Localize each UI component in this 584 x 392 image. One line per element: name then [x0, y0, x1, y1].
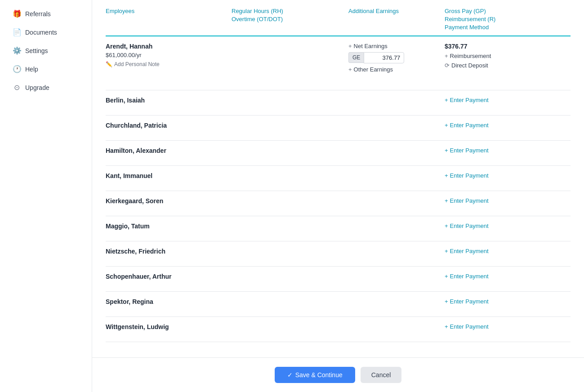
- employee-name: Spektor, Regina: [106, 298, 232, 305]
- save-continue-button[interactable]: ✓ Save & Continue: [275, 367, 355, 383]
- employee-row-wittgenstein: Wittgenstein, Ludwig + Enter Payment: [106, 317, 571, 342]
- employee-name: Maggio, Tatum: [106, 223, 232, 230]
- ge-badge: GE: [348, 52, 364, 63]
- hours-col-header: Regular Hours (RH) Overtime (OT/DOT): [232, 7, 348, 32]
- enter-payment-churchland[interactable]: + Enter Payment: [445, 122, 571, 129]
- reimbursement-link[interactable]: + Reimbursement: [445, 53, 571, 59]
- sidebar-item-label: Documents: [25, 29, 57, 36]
- employee-name: Berlin, Isaiah: [106, 97, 232, 104]
- employee-row-berlin: Berlin, Isaiah + Enter Payment: [106, 90, 571, 116]
- sidebar-item-label: Referrals: [25, 10, 51, 18]
- pencil-icon: ✏️: [106, 61, 112, 67]
- employee-name: Hamilton, Alexander: [106, 147, 232, 154]
- ge-input[interactable]: [364, 52, 404, 63]
- net-earnings-label: + Net Earnings: [348, 43, 445, 49]
- other-plus-icon: +: [348, 66, 352, 73]
- enter-plus-icon: +: [445, 273, 448, 280]
- enter-plus-icon: +: [445, 172, 448, 179]
- enter-plus-icon: +: [445, 223, 448, 229]
- enter-payment-schopenhauer[interactable]: + Enter Payment: [445, 273, 571, 280]
- employee-row-kierkegaard: Kierkegaard, Soren + Enter Payment: [106, 191, 571, 216]
- sidebar-item-settings[interactable]: ⚙️ Settings: [4, 42, 88, 59]
- gear-icon: ⚙️: [13, 46, 21, 55]
- main-content: Employees Regular Hours (RH) Overtime (O…: [92, 0, 584, 392]
- employee-row-schopenhauer: Schopenhauer, Arthur + Enter Payment: [106, 267, 571, 292]
- employee-name: Kierkegaard, Soren: [106, 197, 232, 205]
- enter-payment-nietzsche[interactable]: + Enter Payment: [445, 248, 571, 254]
- employee-name: Arendt, Hannah: [106, 43, 232, 50]
- enter-payment-kierkegaard[interactable]: + Enter Payment: [445, 197, 571, 204]
- employee-row-arendt: Arendt, Hannah $61,000.00/yr ✏️ Add Pers…: [106, 36, 571, 90]
- footer: ✓ Save & Continue Cancel: [92, 357, 584, 392]
- checkmark-icon: ✓: [287, 371, 293, 379]
- enter-plus-icon: +: [445, 97, 448, 103]
- enter-payment-spektor[interactable]: + Enter Payment: [445, 298, 571, 305]
- enter-payment-hamilton[interactable]: + Enter Payment: [445, 147, 571, 154]
- gross-col-header: Gross Pay (GP) Reimbursement (R) Payment…: [445, 7, 571, 32]
- employee-name: Churchland, Patricia: [106, 122, 232, 129]
- sidebar-item-label: Settings: [25, 47, 48, 54]
- ge-input-row: GE: [348, 52, 445, 63]
- add-personal-note[interactable]: ✏️ Add Personal Note: [106, 61, 232, 67]
- reimburse-plus-icon: +: [445, 53, 448, 59]
- help-icon: 🕐: [13, 65, 21, 73]
- employee-row-spektor: Spektor, Regina + Enter Payment: [106, 292, 571, 317]
- sidebar-item-label: Help: [25, 66, 38, 73]
- employees-col-header: Employees: [106, 7, 232, 32]
- sidebar-item-documents[interactable]: 📄 Documents: [4, 23, 88, 41]
- other-earnings-link[interactable]: + Other Earnings: [348, 66, 445, 73]
- plus-icon: +: [348, 43, 352, 49]
- table-area: Employees Regular Hours (RH) Overtime (O…: [92, 0, 584, 357]
- sidebar: 🎁 Referrals 📄 Documents ⚙️ Settings 🕐 He…: [0, 0, 92, 392]
- employee-row-nietzsche: Nietzsche, Friedrich + Enter Payment: [106, 241, 571, 267]
- employee-name: Kant, Immanuel: [106, 172, 232, 179]
- enter-plus-icon: +: [445, 248, 448, 254]
- gross-amount: $376.77: [445, 43, 571, 50]
- sidebar-item-upgrade[interactable]: ⊙ Upgrade: [4, 79, 88, 96]
- document-icon: 📄: [13, 28, 21, 36]
- sidebar-item-label: Upgrade: [25, 84, 49, 91]
- enter-plus-icon: +: [445, 197, 448, 204]
- employee-row-churchland: Churchland, Patricia + Enter Payment: [106, 116, 571, 141]
- enter-plus-icon: +: [445, 147, 448, 154]
- enter-payment-kant[interactable]: + Enter Payment: [445, 172, 571, 179]
- employee-name: Wittgenstein, Ludwig: [106, 323, 232, 330]
- direct-deposit: ⟳ Direct Deposit: [445, 62, 571, 69]
- gift-icon: 🎁: [13, 9, 21, 18]
- upgrade-icon: ⊙: [13, 83, 21, 92]
- employee-name: Schopenhauer, Arthur: [106, 273, 232, 280]
- earnings-col-arendt: + Net Earnings GE + Other Earnings: [348, 43, 445, 73]
- enter-plus-icon: +: [445, 122, 448, 129]
- employee-salary: $61,000.00/yr: [106, 52, 232, 58]
- gross-col-arendt: $376.77 + Reimbursement ⟳ Direct Deposit: [445, 43, 571, 69]
- sidebar-item-referrals[interactable]: 🎁 Referrals: [4, 5, 88, 22]
- cancel-button[interactable]: Cancel: [361, 367, 402, 383]
- enter-payment-wittgenstein[interactable]: + Enter Payment: [445, 323, 571, 330]
- enter-plus-icon: +: [445, 323, 448, 330]
- table-header: Employees Regular Hours (RH) Overtime (O…: [106, 0, 571, 36]
- employee-row-hamilton: Hamilton, Alexander + Enter Payment: [106, 141, 571, 166]
- employee-name-col: Arendt, Hannah $61,000.00/yr ✏️ Add Pers…: [106, 43, 232, 67]
- additional-earnings-col-header: Additional Earnings: [348, 7, 445, 32]
- employee-row-maggio: Maggio, Tatum + Enter Payment: [106, 216, 571, 241]
- enter-plus-icon: +: [445, 298, 448, 305]
- enter-payment-berlin[interactable]: + Enter Payment: [445, 97, 571, 103]
- employee-name: Nietzsche, Friedrich: [106, 248, 232, 255]
- employee-row-kant: Kant, Immanuel + Enter Payment: [106, 166, 571, 191]
- enter-payment-maggio[interactable]: + Enter Payment: [445, 223, 571, 229]
- sync-icon: ⟳: [445, 62, 450, 69]
- sidebar-item-help[interactable]: 🕐 Help: [4, 60, 88, 78]
